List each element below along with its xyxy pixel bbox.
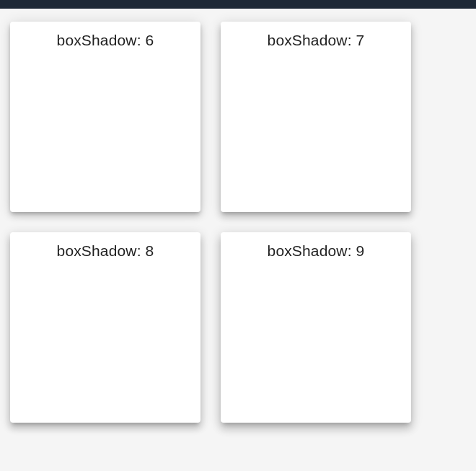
shadow-card-label: boxShadow: 7 [268, 32, 365, 48]
app-top-bar [0, 0, 476, 9]
shadow-card-6: boxShadow: 6 [10, 22, 200, 212]
shadow-card-9: boxShadow: 9 [221, 232, 411, 423]
shadow-card-7: boxShadow: 7 [221, 22, 411, 212]
shadow-card-label: boxShadow: 6 [57, 32, 154, 48]
shadow-card-8: boxShadow: 8 [10, 232, 200, 423]
shadow-grid: boxShadow: 6 boxShadow: 7 boxShadow: 8 b… [0, 9, 476, 436]
shadow-card-label: boxShadow: 9 [268, 242, 365, 259]
shadow-card-label: boxShadow: 8 [57, 242, 154, 259]
